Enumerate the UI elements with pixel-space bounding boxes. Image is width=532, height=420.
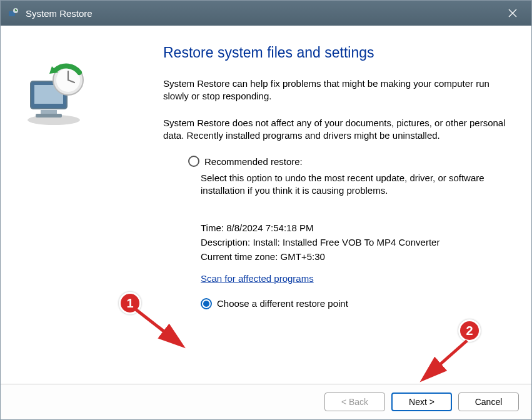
restore-logo-icon <box>19 60 88 131</box>
svg-rect-5 <box>41 110 57 114</box>
title-text: System Restore <box>26 8 500 19</box>
timezone-row: Current time zone: GMT+5:30 <box>201 251 506 262</box>
close-icon[interactable] <box>500 1 525 26</box>
back-button[interactable]: < Back <box>324 392 385 411</box>
annotation-badge-1: 1 <box>119 292 141 314</box>
timezone-label: Current time zone: <box>201 251 278 262</box>
description-value: Install: Installed Free VOB To MP4 Conve… <box>253 237 439 248</box>
titlebar: System Restore <box>1 1 531 26</box>
radio-recommended-label: Recommended restore: <box>204 156 303 167</box>
time-value: 8/8/2024 7:54:18 PM <box>226 222 313 233</box>
cancel-button[interactable]: Cancel <box>458 392 519 411</box>
svg-rect-6 <box>36 114 62 118</box>
annotation-badge-2: 2 <box>458 319 481 342</box>
left-panel <box>1 26 107 384</box>
description-label: Description: <box>201 237 250 248</box>
description-row: Description: Install: Installed Free VOB… <box>201 237 506 248</box>
radio-icon <box>188 156 199 167</box>
time-row: Time: 8/8/2024 7:54:18 PM <box>201 222 506 233</box>
footer: < Back Next > Cancel <box>1 384 531 419</box>
app-icon <box>7 7 19 19</box>
next-button[interactable]: Next > <box>391 392 452 411</box>
intro-paragraph-2: System Restore does not affect any of yo… <box>163 117 506 142</box>
radio-recommended[interactable]: Recommended restore: <box>188 156 506 167</box>
time-label: Time: <box>201 222 224 233</box>
system-restore-window: System Restore <box>0 0 532 420</box>
scan-affected-link[interactable]: Scan for affected programs <box>201 273 314 284</box>
radio-choose-label: Choose a different restore point <box>217 298 348 309</box>
intro-paragraph-1: System Restore can help fix problems tha… <box>163 78 506 103</box>
timezone-value: GMT+5:30 <box>281 251 325 262</box>
body: Restore system files and settings System… <box>1 26 531 384</box>
recommended-description: Select this option to undo the most rece… <box>201 172 506 198</box>
page-heading: Restore system files and settings <box>163 44 506 61</box>
radio-choose-different[interactable]: Choose a different restore point <box>201 298 506 309</box>
radio-icon <box>201 298 212 309</box>
